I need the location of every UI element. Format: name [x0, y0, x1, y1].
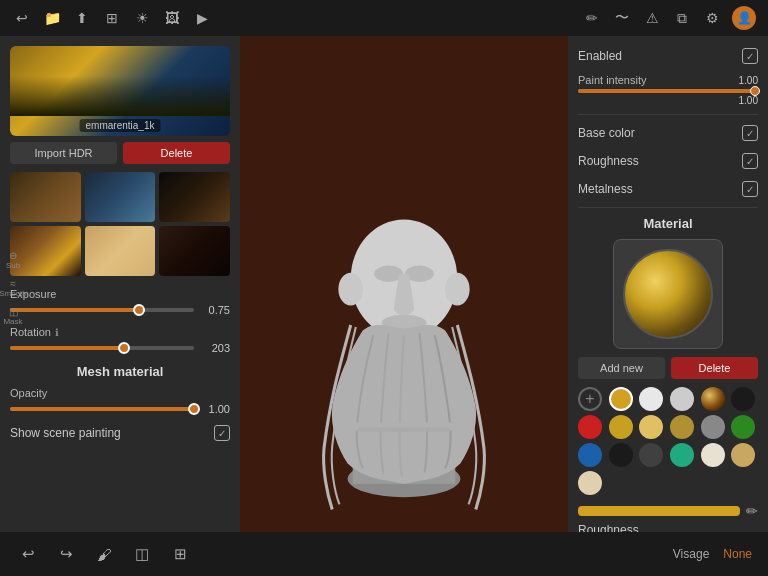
- divider-1: [578, 114, 758, 115]
- exposure-thumb[interactable]: [133, 304, 145, 316]
- opacity-row: 1.00: [10, 403, 230, 415]
- smooth-label: Smooth: [0, 289, 27, 298]
- swatch-14[interactable]: [670, 443, 694, 467]
- bottom-brush-icon[interactable]: 🖌: [92, 542, 116, 566]
- pen-icon[interactable]: ✏: [582, 8, 602, 28]
- viewport[interactable]: [240, 36, 568, 532]
- swatch-11[interactable]: [578, 443, 602, 467]
- swatch-add-button[interactable]: +: [578, 387, 602, 411]
- swatch-12[interactable]: [609, 443, 633, 467]
- hdr-thumb-1[interactable]: [10, 172, 81, 222]
- swatches-grid: +: [578, 387, 758, 495]
- opacity-value: 1.00: [200, 403, 230, 415]
- roughness-checkbox[interactable]: ✓: [742, 153, 758, 169]
- opacity-thumb[interactable]: [188, 403, 200, 415]
- hdr-thumb-2[interactable]: [85, 172, 156, 222]
- share-icon[interactable]: ⬆: [72, 8, 92, 28]
- rotation-info-icon[interactable]: ℹ: [55, 327, 59, 338]
- exposure-section: Exposure 0.75: [10, 288, 230, 316]
- roughness-checkbox-label: Roughness: [578, 154, 639, 168]
- svg-point-8: [445, 273, 470, 306]
- paint-intensity-section: Paint intensity 1.00 1.00: [578, 74, 758, 106]
- swatch-3[interactable]: [701, 387, 725, 411]
- hdr-thumb-6[interactable]: [159, 226, 230, 276]
- exposure-track[interactable]: [10, 308, 194, 312]
- exposure-value: 0.75: [200, 304, 230, 316]
- swatch-9[interactable]: [701, 415, 725, 439]
- hdr-preview: emmarentia_1k: [10, 46, 230, 136]
- swatch-0[interactable]: [609, 387, 633, 411]
- delete-hdr-button[interactable]: Delete: [123, 142, 230, 164]
- add-new-material-button[interactable]: Add new: [578, 357, 665, 379]
- rotation-row: 203: [10, 342, 230, 354]
- show-scene-checkbox[interactable]: ✓: [214, 425, 230, 441]
- roughness-edit-icon[interactable]: ✏: [746, 503, 758, 519]
- warning-icon[interactable]: ⚠: [642, 8, 662, 28]
- opacity-track[interactable]: [10, 407, 194, 411]
- swatch-2[interactable]: [670, 387, 694, 411]
- swatch-6[interactable]: [609, 415, 633, 439]
- sun-icon[interactable]: ☀: [132, 8, 152, 28]
- swatch-5[interactable]: [578, 415, 602, 439]
- video-icon[interactable]: ▶: [192, 8, 212, 28]
- swatch-13[interactable]: [639, 443, 663, 467]
- bottom-mask-icon[interactable]: ◫: [130, 542, 154, 566]
- base-color-row: Base color ✓: [578, 123, 758, 143]
- swatch-16[interactable]: [731, 443, 755, 467]
- roughness-row: Roughness ✓: [578, 151, 758, 171]
- import-hdr-button[interactable]: Import HDR: [10, 142, 117, 164]
- hdr-buttons: Import HDR Delete: [10, 142, 230, 164]
- metalness-checkbox[interactable]: ✓: [742, 181, 758, 197]
- svg-rect-13: [358, 428, 450, 432]
- swatch-1[interactable]: [639, 387, 663, 411]
- toolbar-right: ✏ 〜 ⚠ ⧉ ⚙ 👤: [582, 6, 756, 30]
- layers-icon[interactable]: ⧉: [672, 8, 692, 28]
- tool-sub[interactable]: ⊖ Sub: [2, 250, 24, 270]
- hdr-thumb-5[interactable]: [85, 226, 156, 276]
- roughness-bar-row: ✏: [578, 503, 758, 519]
- undo-icon[interactable]: ↩: [12, 8, 32, 28]
- swatch-10[interactable]: [731, 415, 755, 439]
- svg-point-7: [338, 273, 363, 306]
- rotation-label: Rotation ℹ: [10, 326, 230, 338]
- enabled-checkbox[interactable]: ✓: [742, 48, 758, 64]
- exposure-row: 0.75: [10, 304, 230, 316]
- rotation-track[interactable]: [10, 346, 194, 350]
- delete-material-button[interactable]: Delete: [671, 357, 758, 379]
- grid-icon[interactable]: ⊞: [102, 8, 122, 28]
- paint-intensity-thumb[interactable]: [750, 86, 760, 96]
- user-icon[interactable]: 👤: [732, 6, 756, 30]
- left-vert-toolbar: ⊖ Sub ≈ Smooth ◫ Mask: [2, 250, 24, 326]
- swatch-7[interactable]: [639, 415, 663, 439]
- tool-mask[interactable]: ◫ Mask: [2, 306, 24, 326]
- hdr-thumb-3[interactable]: [159, 172, 230, 222]
- base-color-checkbox[interactable]: ✓: [742, 125, 758, 141]
- roughness-label: Roughness: [578, 523, 758, 532]
- swatch-4[interactable]: [731, 387, 755, 411]
- enabled-label: Enabled: [578, 49, 622, 63]
- swatch-8[interactable]: [670, 415, 694, 439]
- bottom-redo-icon[interactable]: ↪: [54, 542, 78, 566]
- tool-smooth[interactable]: ≈ Smooth: [2, 278, 24, 298]
- show-scene-label: Show scene painting: [10, 426, 121, 440]
- settings-icon[interactable]: ⚙: [702, 8, 722, 28]
- rotation-thumb[interactable]: [118, 342, 130, 354]
- mask-label: Mask: [3, 317, 22, 326]
- swatch-17[interactable]: [578, 471, 602, 495]
- opacity-fill: [10, 407, 194, 411]
- rotation-value: 203: [200, 342, 230, 354]
- bottom-undo-icon[interactable]: ↩: [16, 542, 40, 566]
- material-preview-container: [613, 239, 723, 349]
- exposure-label: Exposure: [10, 288, 230, 300]
- curve-icon[interactable]: 〜: [612, 8, 632, 28]
- hdr-label: emmarentia_1k: [80, 119, 161, 132]
- paint-intensity-track[interactable]: [578, 89, 758, 93]
- paint-intensity-track-wrapper: 1.00: [578, 89, 758, 93]
- image-icon[interactable]: 🖼: [162, 8, 182, 28]
- bottom-grid-icon[interactable]: ⊞: [168, 542, 192, 566]
- none-label[interactable]: None: [723, 547, 752, 561]
- swatch-15[interactable]: [701, 443, 725, 467]
- show-scene-row: Show scene painting ✓: [10, 425, 230, 441]
- roughness-bar[interactable]: [578, 506, 740, 516]
- folder-icon[interactable]: 📁: [42, 8, 62, 28]
